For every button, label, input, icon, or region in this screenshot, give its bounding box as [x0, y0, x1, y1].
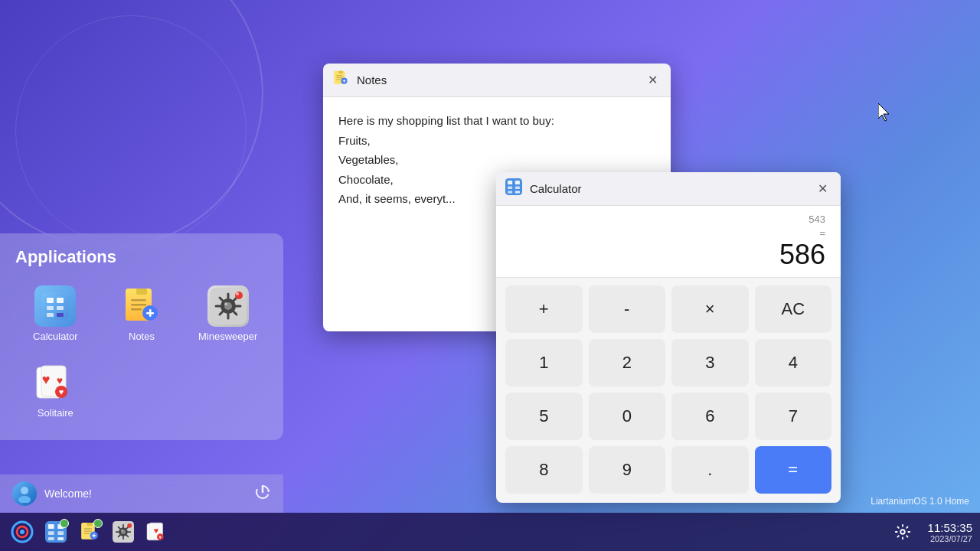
svg-rect-10: [131, 299, 146, 302]
app-item-solitaire[interactable]: ♥ ♥ ♥ Solitaire: [15, 356, 96, 425]
svg-rect-57: [48, 531, 54, 535]
notes-close-button[interactable]: ✕: [643, 71, 662, 90]
svg-text:♥: ♥: [59, 387, 64, 396]
svg-rect-48: [515, 186, 520, 189]
user-name: Welcome!: [44, 487, 247, 500]
calculator-svg-icon: [41, 292, 69, 320]
solitaire-app-label: Solitaire: [38, 407, 74, 419]
taskbar-notes[interactable]: [75, 517, 104, 546]
taskbar-minesweeper[interactable]: [109, 517, 138, 546]
calculator-titlebar[interactable]: Calculator ✕: [496, 172, 841, 206]
minesweeper-svg-icon: [210, 288, 247, 324]
calc-equals-button[interactable]: =: [755, 446, 832, 494]
clock-date: 2023/07/27: [928, 534, 972, 543]
svg-rect-45: [508, 181, 512, 184]
cursor-icon: [878, 103, 890, 122]
notes-app-label: Notes: [129, 331, 155, 342]
calc-2-button[interactable]: 2: [589, 339, 666, 386]
calc-plus-button[interactable]: +: [505, 285, 583, 333]
svg-rect-5: [47, 313, 54, 317]
svg-rect-39: [336, 77, 342, 78]
svg-point-76: [121, 530, 122, 531]
calc-titlebar-icon: [505, 178, 522, 195]
app-item-notes[interactable]: Notes: [102, 279, 182, 348]
taskbar-clock: 11:53:35 2023/07/27: [928, 521, 972, 543]
notes-line-4: Chocolate,: [338, 173, 394, 186]
os-label: LiartaniumOS 1.0 Home: [871, 496, 969, 507]
calc-multiply-button[interactable]: ×: [671, 285, 749, 333]
calculator-taskbar-badge: [60, 519, 69, 528]
svg-rect-15: [149, 309, 152, 317]
notes-titlebar[interactable]: Notes ✕: [323, 64, 671, 97]
calc-3-button[interactable]: 3: [671, 339, 749, 386]
power-button[interactable]: [254, 484, 271, 504]
calc-6-button[interactable]: 6: [671, 393, 749, 440]
svg-rect-0: [41, 292, 69, 320]
calculator-eq-sign: =: [511, 227, 825, 239]
calc-5-button[interactable]: 5: [505, 393, 583, 440]
notes-taskbar-badge: [93, 519, 103, 528]
taskbar-calculator[interactable]: [41, 517, 70, 546]
calc-7-button[interactable]: 7: [755, 393, 832, 440]
svg-text:♥: ♥: [159, 535, 162, 540]
notes-line-5: And, it seems, everyt...: [338, 192, 456, 205]
svg-text:♥: ♥: [154, 526, 158, 535]
calc-clear-button[interactable]: AC: [755, 285, 832, 333]
calculator-close-button[interactable]: ✕: [813, 180, 831, 198]
taskbar-solitaire[interactable]: ♥ ♥: [142, 517, 172, 546]
svg-point-25: [236, 292, 239, 295]
calculator-app-icon: [34, 285, 76, 327]
svg-rect-3: [47, 306, 54, 310]
calc-1-button[interactable]: 1: [505, 339, 583, 386]
svg-marker-84: [878, 103, 889, 121]
svg-rect-38: [336, 75, 342, 76]
calculator-buttons-grid: + - × AC 1 2 3 4 5 0 6 7 8 9 . =: [496, 278, 841, 503]
taskbar-settings[interactable]: [888, 517, 917, 546]
calc-9-button[interactable]: 9: [589, 446, 666, 494]
calc-minus-button[interactable]: -: [589, 285, 666, 333]
app-item-minesweeper[interactable]: Minesweeper: [188, 279, 268, 348]
notes-line-1: Here is my shopping list that I want to …: [338, 114, 554, 127]
logo-icon: [11, 520, 34, 543]
solitaire-svg-icon: ♥ ♥ ♥: [35, 363, 75, 403]
svg-point-23: [224, 302, 227, 305]
notes-window-title: Notes: [357, 73, 635, 86]
svg-point-33: [18, 496, 31, 503]
power-icon: [254, 484, 271, 500]
calculator-window-title: Calculator: [530, 182, 805, 195]
svg-rect-63: [84, 528, 92, 529]
app-item-calculator[interactable]: Calculator: [15, 279, 96, 348]
calc-0-button[interactable]: 0: [589, 393, 666, 440]
svg-rect-49: [508, 191, 512, 194]
clock-time: 11:53:35: [928, 521, 972, 534]
calculator-prev-value: 543: [511, 214, 825, 227]
user-bar: Welcome!: [0, 474, 283, 513]
mouse-cursor: [878, 103, 890, 125]
svg-rect-11: [131, 304, 146, 306]
taskbar: ♥ ♥ 11:53:35 2023/07/27: [0, 513, 980, 551]
minesweeper-taskbar-icon: [113, 521, 134, 543]
svg-rect-68: [93, 533, 94, 537]
user-avatar: [12, 481, 37, 506]
svg-rect-50: [515, 191, 520, 194]
solitaire-taskbar-icon: ♥ ♥: [146, 521, 168, 543]
app-grid: Calculator Notes: [15, 279, 268, 425]
svg-rect-9: [136, 289, 147, 295]
svg-rect-47: [508, 186, 512, 189]
svg-rect-1: [47, 298, 54, 303]
svg-point-32: [21, 487, 28, 494]
calc-4-button[interactable]: 4: [755, 339, 832, 386]
taskbar-logo[interactable]: [8, 517, 37, 546]
svg-rect-46: [515, 181, 520, 184]
avatar-icon: [15, 484, 34, 503]
svg-rect-6: [57, 313, 64, 317]
svg-rect-40: [336, 79, 341, 80]
applications-panel: Applications Calculator: [0, 233, 283, 440]
calculator-result: 586: [511, 239, 825, 271]
calc-8-button[interactable]: 8: [505, 446, 583, 494]
calc-decimal-button[interactable]: .: [671, 446, 749, 494]
notes-line-3: Vegetables,: [338, 153, 398, 166]
minesweeper-app-label: Minesweeper: [198, 331, 257, 342]
calculator-display: 543 = 586: [496, 206, 841, 278]
svg-rect-59: [48, 537, 54, 540]
